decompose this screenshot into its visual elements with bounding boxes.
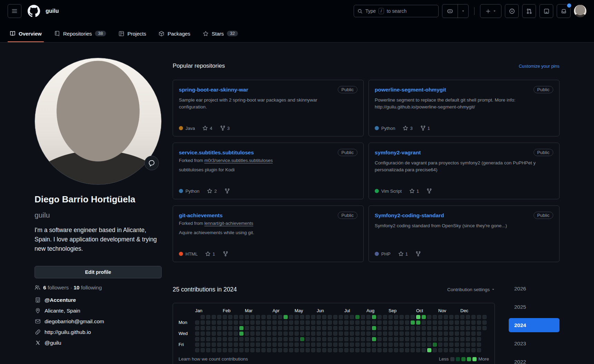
contribution-cell[interactable] (306, 326, 310, 330)
contribution-cell[interactable] (201, 337, 205, 341)
contribution-cell[interactable] (206, 348, 210, 352)
contribution-cell[interactable] (339, 332, 343, 336)
contribution-cell[interactable] (250, 348, 255, 352)
contribution-cell[interactable] (234, 315, 238, 319)
contribution-cell[interactable] (416, 320, 420, 325)
contribution-cell[interactable] (372, 332, 376, 336)
contribution-cell[interactable] (422, 326, 426, 330)
contribution-cell[interactable] (427, 326, 431, 330)
profile-detail-link[interactable]: http://guilu.github.io (35, 329, 162, 335)
contribution-cell[interactable] (311, 337, 315, 341)
contribution-cell[interactable] (471, 315, 476, 319)
contribution-cell[interactable] (234, 343, 238, 347)
profile-detail-mail[interactable]: diegobarrioh@gmail.com (35, 318, 162, 325)
tab-overview[interactable]: Overview (5, 25, 47, 42)
contribution-cell[interactable] (394, 348, 398, 352)
contribution-cell[interactable] (223, 337, 227, 341)
contribution-cell[interactable] (206, 315, 210, 319)
contribution-cell[interactable] (278, 332, 282, 336)
contribution-cell[interactable] (201, 326, 205, 330)
repo-name-link[interactable]: symfony2-vagrant (375, 150, 421, 156)
contribution-cell[interactable] (350, 315, 354, 319)
contribution-cell[interactable] (444, 348, 448, 352)
contribution-cell[interactable] (317, 337, 321, 341)
contribution-cell[interactable] (295, 348, 299, 352)
contribution-cell[interactable] (366, 337, 371, 341)
contribution-cell[interactable] (427, 315, 431, 319)
contribution-cell[interactable] (361, 326, 365, 330)
contribution-cell[interactable] (482, 315, 487, 319)
contribution-cell[interactable] (339, 320, 343, 325)
pull-requests-button[interactable] (522, 4, 536, 18)
contribution-cell[interactable] (317, 320, 321, 325)
contribution-cell[interactable] (245, 326, 249, 330)
contribution-cell[interactable] (411, 343, 415, 347)
contribution-cell[interactable] (250, 332, 255, 336)
contribution-cell[interactable] (400, 315, 404, 319)
contribution-cell[interactable] (427, 320, 431, 325)
contribution-cell[interactable] (228, 332, 232, 336)
user-avatar-menu[interactable] (574, 5, 586, 17)
contribution-cell[interactable] (300, 326, 304, 330)
contribution-cell[interactable] (278, 326, 282, 330)
contribution-cell[interactable] (322, 337, 326, 341)
contribution-cell[interactable] (422, 337, 426, 341)
contribution-cell[interactable] (361, 332, 365, 336)
contribution-cell[interactable] (394, 332, 398, 336)
contribution-cell[interactable] (206, 326, 210, 330)
year-filter-2023[interactable]: 2023 (509, 336, 559, 351)
repo-stars[interactable]: 1 (409, 188, 419, 194)
repo-forks[interactable] (224, 188, 232, 194)
contribution-cell[interactable] (195, 326, 199, 330)
contribution-cell[interactable] (322, 320, 326, 325)
contribution-cell[interactable] (460, 343, 464, 347)
contribution-cell[interactable] (250, 320, 255, 325)
contribution-cell[interactable] (377, 315, 382, 319)
contribution-cell[interactable] (284, 320, 288, 325)
contribution-cell[interactable] (438, 348, 442, 352)
contribution-cell[interactable] (433, 315, 437, 319)
contribution-cell[interactable] (477, 332, 481, 336)
contribution-cell[interactable] (245, 320, 249, 325)
contribution-cell[interactable] (383, 332, 387, 336)
count-contributions-link[interactable]: Learn how we count contributions (179, 356, 248, 362)
contribution-cell[interactable] (295, 320, 299, 325)
contribution-cell[interactable] (217, 337, 221, 341)
contribution-cell[interactable] (400, 326, 404, 330)
contribution-cell[interactable] (317, 326, 321, 330)
contribution-cell[interactable] (201, 332, 205, 336)
contribution-cell[interactable] (355, 343, 360, 347)
tab-projects[interactable]: Projects (114, 25, 151, 42)
contribution-cell[interactable] (422, 320, 426, 325)
tab-packages[interactable]: Packages (154, 25, 195, 42)
contribution-cell[interactable] (449, 337, 453, 341)
contribution-cell[interactable] (416, 315, 420, 319)
contribution-cell[interactable] (234, 332, 238, 336)
contribution-cell[interactable] (383, 343, 387, 347)
contribution-cell[interactable] (466, 337, 470, 341)
contribution-cell[interactable] (482, 320, 487, 325)
contribution-cell[interactable] (284, 326, 288, 330)
contribution-cell[interactable] (344, 337, 348, 341)
contribution-cell[interactable] (455, 348, 459, 352)
contribution-cell[interactable] (405, 337, 409, 341)
contribution-cell[interactable] (460, 332, 464, 336)
edit-profile-button[interactable]: Edit profile (35, 266, 162, 278)
contribution-cell[interactable] (344, 348, 348, 352)
contribution-cell[interactable] (333, 332, 337, 336)
contribution-cell[interactable] (389, 326, 393, 330)
contribution-cell[interactable] (289, 315, 293, 319)
contribution-cell[interactable] (422, 315, 426, 319)
contribution-cell[interactable] (361, 315, 365, 319)
contribution-cell[interactable] (306, 315, 310, 319)
contribution-cell[interactable] (212, 337, 216, 341)
contribution-cell[interactable] (267, 337, 271, 341)
contribution-cell[interactable] (245, 332, 249, 336)
contribution-cell[interactable] (383, 326, 387, 330)
contribution-cell[interactable] (212, 315, 216, 319)
contribution-cell[interactable] (389, 332, 393, 336)
profile-detail-location[interactable]: Alicante, Spain (35, 308, 162, 314)
contribution-cell[interactable] (272, 326, 277, 330)
contribution-cell[interactable] (433, 337, 437, 341)
contribution-cell[interactable] (389, 348, 393, 352)
